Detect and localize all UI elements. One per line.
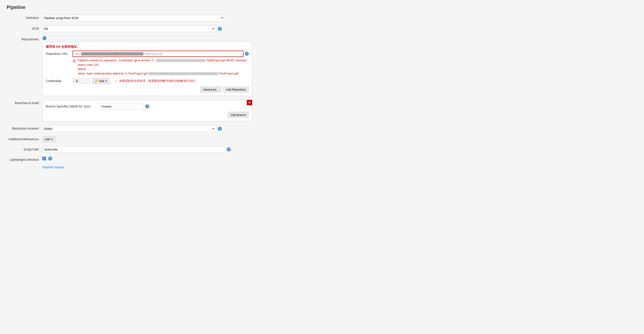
repo-url-row: Repository URL ? bbox=[46, 51, 249, 57]
repo-browser-label: Repository browser bbox=[7, 125, 42, 130]
lightweight-checkout-checkbox[interactable] bbox=[42, 157, 46, 160]
repo-url-input-wrap bbox=[72, 51, 244, 57]
script-path-content: ? bbox=[42, 146, 637, 152]
branches-row: Branches to build ✕ Branch Specifier (bl… bbox=[7, 100, 637, 121]
additional-behaviours-row: Additional Behaviours Add ▼ bbox=[7, 136, 637, 142]
footer-row: Pipeline Syntax bbox=[7, 165, 637, 169]
arrow-left-icon: ← bbox=[114, 79, 118, 83]
add-behaviour-button[interactable]: Add ▼ bbox=[42, 136, 56, 142]
script-path-label: Script Path bbox=[7, 146, 42, 151]
page-title: Pipeline bbox=[7, 4, 637, 10]
repo-browser-select[interactable]: (Auto) bbox=[42, 125, 216, 132]
repositories-help-icon[interactable]: ? bbox=[42, 36, 46, 40]
repo-url-input[interactable] bbox=[72, 51, 244, 57]
branch-specifier-label: Branch Specifier (blank for 'any') bbox=[46, 105, 99, 108]
branches-content: ✕ Branch Specifier (blank for 'any') ? A… bbox=[42, 100, 637, 121]
additional-behaviours-content: Add ▼ bbox=[42, 136, 637, 142]
scm-select[interactable]: Git bbox=[42, 25, 216, 32]
delete-branch-button[interactable]: ✕ bbox=[247, 100, 252, 105]
lightweight-checkout-content: ? bbox=[42, 157, 637, 161]
definition-select[interactable]: Pipeline script from SCM bbox=[42, 15, 226, 21]
repo-browser-help-icon[interactable]: ? bbox=[218, 127, 222, 131]
script-path-help-icon[interactable]: ? bbox=[227, 147, 231, 151]
credentials-controls: - 无 - 🔑 Add ▼ bbox=[72, 78, 110, 84]
error-text: Failed to connect to repository : Comman… bbox=[78, 58, 249, 76]
lightweight-checkout-row: Lightweight checkout ? bbox=[7, 157, 637, 161]
error-block: ⊖ Failed to connect to repository : Comm… bbox=[72, 58, 249, 76]
add-cred-chevron-icon: ▼ bbox=[105, 80, 107, 82]
repo-action-buttons: Advanced... Add Repository bbox=[46, 86, 249, 92]
lightweight-checkout-label: Lightweight checkout bbox=[7, 157, 42, 161]
repositories-label: Repositories bbox=[7, 36, 42, 41]
definition-content: Pipeline script from SCM bbox=[42, 15, 637, 21]
footer-content: Pipeline Syntax bbox=[42, 165, 637, 169]
branch-specifier-row: Branch Specifier (blank for 'any') ? bbox=[46, 103, 249, 109]
repositories-row: Repositories ? 填写你 Git 仓库的地址。 Repository… bbox=[7, 36, 637, 96]
branch-specifier-input[interactable] bbox=[99, 103, 144, 109]
scm-help-icon[interactable]: ? bbox=[218, 27, 222, 31]
definition-label: Definition bbox=[7, 15, 42, 20]
repositories-box: 填写你 Git 仓库的地址。 Repository URL ? ⊖ Failed… bbox=[42, 41, 252, 96]
branch-specifier-help-icon[interactable]: ? bbox=[145, 104, 149, 108]
add-credentials-button[interactable]: 🔑 Add ▼ bbox=[92, 78, 110, 84]
script-path-input[interactable] bbox=[42, 146, 226, 152]
scm-content: Git ? bbox=[42, 25, 637, 32]
lightweight-checkout-help-icon[interactable]: ? bbox=[48, 157, 52, 161]
credentials-label: Credentials bbox=[46, 79, 72, 83]
error-circle-icon: ⊖ bbox=[72, 58, 76, 63]
key-icon: 🔑 bbox=[94, 79, 98, 82]
repo-url-label: Repository URL bbox=[46, 52, 72, 55]
branch-action-buttons: Add Branch bbox=[46, 112, 249, 118]
credentials-select[interactable]: - 无 - bbox=[72, 78, 90, 84]
credentials-annotation: ← 如果是私有仓库的话，就需要添加帐号密码才能够进行访问。 bbox=[114, 79, 198, 83]
additional-behaviours-label: Additional Behaviours bbox=[7, 136, 42, 141]
definition-row: Definition Pipeline script from SCM bbox=[7, 15, 637, 21]
branches-box: ✕ Branch Specifier (blank for 'any') ? A… bbox=[42, 100, 252, 121]
repo-browser-content: (Auto) ? bbox=[42, 125, 637, 132]
annotation-top: 填写你 Git 仓库的地址。 bbox=[46, 45, 249, 49]
add-repository-button[interactable]: Add Repository bbox=[223, 86, 249, 92]
credentials-row: Credentials - 无 - 🔑 Add ▼ ← 如果是私有仓库的话，就需… bbox=[46, 78, 249, 84]
add-behaviour-chevron-icon: ▼ bbox=[51, 138, 53, 140]
pipeline-syntax-link[interactable]: Pipeline Syntax bbox=[42, 165, 64, 169]
repo-browser-row: Repository browser (Auto) ? bbox=[7, 125, 637, 132]
scm-label: SCM bbox=[7, 25, 42, 30]
add-branch-button[interactable]: Add Branch bbox=[228, 112, 249, 118]
repositories-content: ? 填写你 Git 仓库的地址。 Repository URL ? ⊖ Fail… bbox=[42, 36, 637, 96]
branches-label: Branches to build bbox=[7, 100, 42, 105]
script-path-row: Script Path ? bbox=[7, 146, 637, 152]
scm-row: SCM Git ? bbox=[7, 25, 637, 32]
repo-url-help-icon[interactable]: ? bbox=[245, 52, 249, 56]
advanced-button[interactable]: Advanced... bbox=[200, 86, 221, 92]
